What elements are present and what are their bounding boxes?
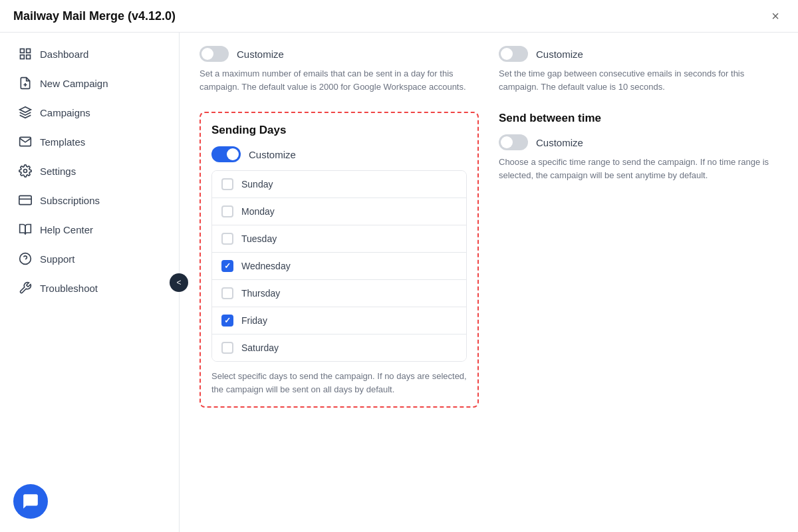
checkbox-saturday[interactable] — [221, 342, 233, 354]
time-gap-description: Set the time gap between consecutive ema… — [499, 67, 778, 93]
day-label-thursday: Thursday — [241, 288, 280, 299]
sidebar: Dashboard New Campaign Campaigns Templat… — [0, 33, 180, 532]
sidebar-collapse-button[interactable]: < — [170, 273, 188, 292]
day-label-wednesday: Wednesday — [241, 261, 291, 271]
day-item-thursday[interactable]: Thursday — [212, 280, 466, 307]
svg-point-7 — [24, 170, 27, 173]
day-item-tuesday[interactable]: Tuesday — [212, 225, 466, 253]
checkbox-sunday[interactable] — [221, 178, 233, 190]
sidebar-label-subscriptions: Subscriptions — [40, 195, 100, 206]
layers-icon — [19, 106, 32, 119]
day-item-saturday[interactable]: Saturday — [212, 334, 466, 361]
sidebar-label-new-campaign: New Campaign — [40, 78, 108, 89]
sending-days-footer: Select specific days to send the campaig… — [211, 370, 467, 396]
card-icon — [19, 194, 32, 207]
gear-icon — [19, 164, 32, 178]
day-item-monday[interactable]: Monday — [212, 198, 466, 225]
day-label-tuesday: Tuesday — [241, 233, 277, 244]
send-between-toggle-row: Customize — [499, 134, 778, 150]
sidebar-item-dashboard[interactable]: Dashboard — [5, 40, 174, 68]
sidebar-item-settings[interactable]: Settings — [5, 157, 174, 185]
sidebar-label-campaigns: Campaigns — [40, 107, 90, 118]
content-grid: Customize Set a maximum number of emails… — [200, 46, 778, 408]
chat-bubble-button[interactable] — [13, 484, 48, 519]
app-body: Dashboard New Campaign Campaigns Templat… — [0, 33, 798, 532]
sending-days-section: Sending Days Customize Sunday — [200, 112, 479, 408]
sidebar-item-campaigns[interactable]: Campaigns — [5, 98, 174, 126]
day-label-sunday: Sunday — [241, 179, 273, 190]
close-button[interactable]: × — [766, 7, 785, 25]
sidebar-item-support[interactable]: Support — [5, 245, 174, 273]
svg-marker-6 — [20, 107, 31, 112]
svg-rect-1 — [27, 49, 31, 53]
left-column: Customize Set a maximum number of emails… — [200, 46, 479, 408]
svg-rect-2 — [21, 55, 25, 59]
svg-rect-0 — [21, 49, 25, 53]
time-gap-section: Customize Set the time gap between conse… — [499, 46, 778, 93]
day-label-saturday: Saturday — [241, 342, 279, 353]
daily-limit-toggle-row: Customize — [200, 46, 479, 62]
daily-limit-section: Customize Set a maximum number of emails… — [200, 46, 479, 93]
time-gap-toggle-label: Customize — [536, 49, 583, 60]
day-list: Sunday Monday Tuesday — [211, 170, 467, 362]
grid-icon — [19, 47, 32, 61]
mail-icon — [19, 135, 32, 148]
sidebar-label-support: Support — [40, 253, 75, 265]
day-label-friday: Friday — [241, 315, 267, 326]
sidebar-item-help-center[interactable]: Help Center — [5, 215, 174, 243]
sidebar-item-new-campaign[interactable]: New Campaign — [5, 69, 174, 97]
daily-limit-description: Set a maximum number of emails that can … — [200, 67, 479, 93]
main-content: Customize Set a maximum number of emails… — [180, 33, 798, 532]
chat-icon — [22, 493, 39, 510]
book-icon — [19, 223, 32, 236]
day-item-wednesday[interactable]: Wednesday — [212, 253, 466, 280]
svg-rect-3 — [27, 55, 31, 59]
sending-days-toggle-label: Customize — [249, 149, 296, 160]
time-gap-toggle[interactable] — [499, 46, 528, 62]
app-title: Mailway Mail Merge (v4.12.0) — [13, 9, 176, 23]
checkbox-monday[interactable] — [221, 205, 233, 217]
send-between-description: Choose a specific time range to send the… — [499, 156, 778, 182]
sending-days-toggle[interactable] — [211, 146, 241, 162]
send-between-toggle-label: Customize — [536, 137, 583, 148]
sidebar-item-templates[interactable]: Templates — [5, 128, 174, 156]
right-column: Customize Set the time gap between conse… — [499, 46, 778, 408]
checkbox-thursday[interactable] — [221, 287, 233, 299]
day-item-friday[interactable]: Friday — [212, 307, 466, 334]
checkbox-wednesday[interactable] — [221, 260, 233, 272]
sending-days-title: Sending Days — [211, 124, 467, 137]
checkbox-friday[interactable] — [221, 315, 233, 327]
title-bar: Mailway Mail Merge (v4.12.0) × — [0, 0, 798, 33]
daily-limit-toggle-label: Customize — [237, 49, 284, 60]
day-item-sunday[interactable]: Sunday — [212, 171, 466, 198]
sidebar-label-help-center: Help Center — [40, 224, 93, 235]
sidebar-label-templates: Templates — [40, 136, 85, 148]
send-between-section: Send between time Customize Choose a spe… — [499, 112, 778, 182]
sidebar-label-troubleshoot: Troubleshoot — [40, 283, 98, 294]
sidebar-item-subscriptions[interactable]: Subscriptions — [5, 186, 174, 214]
daily-limit-toggle[interactable] — [200, 46, 229, 62]
support-icon — [19, 252, 32, 265]
sidebar-item-troubleshoot[interactable]: Troubleshoot — [5, 274, 174, 302]
wrench-icon — [19, 281, 32, 295]
sidebar-label-dashboard: Dashboard — [40, 49, 88, 60]
sending-days-toggle-row: Customize — [211, 146, 467, 162]
file-plus-icon — [19, 76, 32, 90]
sidebar-label-settings: Settings — [40, 166, 76, 177]
send-between-toggle[interactable] — [499, 134, 528, 150]
send-between-title: Send between time — [499, 112, 778, 125]
day-label-monday: Monday — [241, 206, 275, 217]
checkbox-tuesday[interactable] — [221, 233, 233, 245]
time-gap-toggle-row: Customize — [499, 46, 778, 62]
svg-rect-8 — [19, 196, 31, 204]
